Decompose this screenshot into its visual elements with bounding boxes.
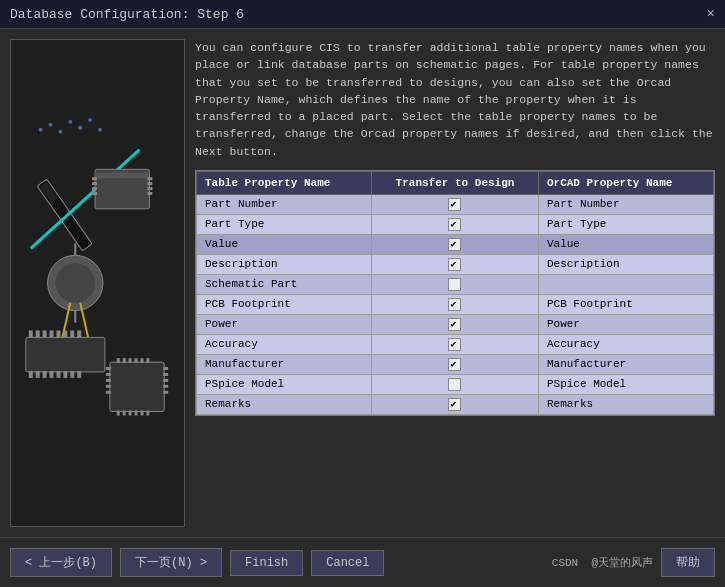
back-button[interactable]: < 上一步(B) — [10, 548, 112, 577]
checkbox[interactable] — [448, 318, 461, 331]
svg-rect-33 — [63, 371, 67, 378]
table-row[interactable]: ValueValue — [197, 234, 714, 254]
svg-rect-17 — [147, 177, 152, 180]
checkbox[interactable] — [448, 338, 461, 351]
checkbox[interactable] — [448, 198, 461, 211]
table-cell-name: Value — [197, 234, 372, 254]
table-cell-name: PCB Footprint — [197, 294, 372, 314]
svg-rect-43 — [77, 330, 81, 337]
table-row[interactable]: ManufacturerManufacturer — [197, 354, 714, 374]
title-bar: Database Configuration: Step 6 × — [0, 0, 725, 29]
svg-rect-65 — [141, 411, 144, 416]
svg-rect-37 — [36, 330, 40, 337]
col-header-transfer: Transfer to Design — [372, 171, 539, 194]
svg-rect-36 — [29, 330, 33, 337]
svg-rect-52 — [163, 379, 168, 382]
table-row[interactable]: Part NumberPart Number — [197, 194, 714, 214]
table-cell-checkbox[interactable] — [372, 214, 539, 234]
description-text: You can configure CIS to transfer additi… — [195, 39, 715, 160]
table-cell-checkbox[interactable] — [372, 194, 539, 214]
svg-rect-50 — [163, 367, 168, 370]
close-button[interactable]: × — [707, 6, 715, 22]
svg-point-7 — [98, 128, 102, 132]
svg-point-5 — [78, 126, 82, 130]
svg-rect-16 — [92, 192, 97, 195]
illustration-panel — [10, 39, 185, 527]
table-row[interactable]: Schematic Part — [197, 274, 714, 294]
table-cell-checkbox[interactable] — [372, 234, 539, 254]
svg-rect-41 — [63, 330, 67, 337]
svg-rect-27 — [26, 337, 105, 372]
finish-button[interactable]: Finish — [230, 550, 303, 576]
svg-rect-63 — [129, 411, 132, 416]
table-cell-orcad: PSpice Model — [538, 374, 713, 394]
svg-rect-45 — [106, 367, 111, 370]
table-row[interactable]: RemarksRemarks — [197, 394, 714, 414]
table-row[interactable]: AccuracyAccuracy — [197, 334, 714, 354]
svg-rect-66 — [146, 411, 149, 416]
checkbox[interactable] — [448, 218, 461, 231]
col-header-name: Table Property Name — [197, 171, 372, 194]
table-cell-orcad: Manufacturer — [538, 354, 713, 374]
table-cell-checkbox[interactable] — [372, 294, 539, 314]
table-cell-name: Part Type — [197, 214, 372, 234]
checkbox[interactable] — [448, 258, 461, 271]
table-cell-checkbox[interactable] — [372, 274, 539, 294]
checkbox[interactable] — [448, 238, 461, 251]
svg-rect-44 — [110, 362, 164, 411]
table-row[interactable]: PowerPower — [197, 314, 714, 334]
svg-rect-62 — [123, 411, 126, 416]
svg-rect-31 — [50, 371, 54, 378]
footer-text: CSDN @天堂的风声 — [552, 555, 653, 570]
svg-rect-61 — [117, 411, 120, 416]
svg-point-6 — [88, 118, 92, 122]
property-table: Table Property Name Transfer to Design O… — [196, 171, 714, 415]
svg-rect-39 — [50, 330, 54, 337]
table-cell-name: Schematic Part — [197, 274, 372, 294]
svg-rect-47 — [106, 379, 111, 382]
table-row[interactable]: DescriptionDescription — [197, 254, 714, 274]
svg-point-2 — [49, 123, 53, 127]
svg-rect-40 — [56, 330, 60, 337]
svg-rect-53 — [163, 385, 168, 388]
table-row[interactable]: Part TypePart Type — [197, 214, 714, 234]
table-cell-checkbox[interactable] — [372, 394, 539, 414]
table-row[interactable]: PCB FootprintPCB Footprint — [197, 294, 714, 314]
table-cell-checkbox[interactable] — [372, 254, 539, 274]
cancel-button[interactable]: Cancel — [311, 550, 384, 576]
table-cell-checkbox[interactable] — [372, 374, 539, 394]
table-row[interactable]: PSpice ModelPSpice Model — [197, 374, 714, 394]
next-button[interactable]: 下一页(N) > — [120, 548, 222, 577]
svg-rect-42 — [70, 330, 74, 337]
checkbox[interactable] — [448, 298, 461, 311]
table-cell-checkbox[interactable] — [372, 314, 539, 334]
svg-rect-34 — [70, 371, 74, 378]
svg-rect-38 — [43, 330, 47, 337]
table-cell-orcad: Part Type — [538, 214, 713, 234]
table-cell-orcad — [538, 274, 713, 294]
window-title: Database Configuration: Step 6 — [10, 7, 244, 22]
svg-rect-60 — [146, 358, 149, 363]
checkbox[interactable] — [448, 278, 461, 291]
svg-point-3 — [58, 130, 62, 134]
table-cell-name: PSpice Model — [197, 374, 372, 394]
svg-rect-19 — [147, 187, 152, 190]
svg-rect-30 — [43, 371, 47, 378]
table-cell-checkbox[interactable] — [372, 334, 539, 354]
table-cell-checkbox[interactable] — [372, 354, 539, 374]
svg-rect-32 — [56, 371, 60, 378]
svg-point-1 — [39, 128, 43, 132]
help-button[interactable]: 帮助 — [661, 548, 715, 577]
svg-rect-28 — [29, 371, 33, 378]
table-cell-name: Manufacturer — [197, 354, 372, 374]
components-svg — [11, 40, 184, 526]
svg-point-22 — [55, 263, 95, 303]
svg-rect-46 — [106, 373, 111, 376]
svg-rect-56 — [123, 358, 126, 363]
table-cell-name: Accuracy — [197, 334, 372, 354]
svg-rect-12 — [95, 172, 149, 178]
svg-rect-29 — [36, 371, 40, 378]
checkbox[interactable] — [448, 398, 461, 411]
checkbox[interactable] — [448, 378, 461, 391]
checkbox[interactable] — [448, 358, 461, 371]
